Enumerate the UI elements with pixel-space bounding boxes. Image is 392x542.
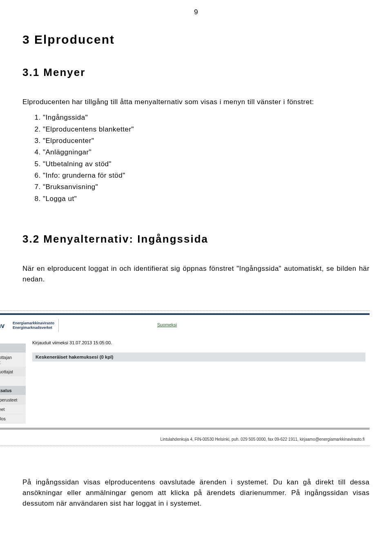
footer-contact: Lintulahdenkuja 4, FIN-00530 Helsinki, p… — [0, 430, 370, 443]
language-link[interactable]: Suomeksi — [157, 322, 177, 327]
sidebar-item-lomakkeet[interactable]: Sähköntuottajan lomakkeet — [0, 353, 26, 367]
para-after-screenshot: På ingångssidan visas elproducentens oav… — [22, 477, 370, 509]
logo-icon: mv — [0, 319, 10, 332]
logo-text-line1: Energiamarkkinavirasto — [13, 321, 54, 325]
heading-2-ingangssida: 3.2 Menyalternativ: Ingångssida — [22, 233, 370, 245]
menu-item: "Bruksanvisning" — [43, 182, 370, 192]
menu-item: "Elproducenter" — [43, 136, 370, 146]
intro-paragraph: Elproducenten har tillgång till åtta men… — [22, 97, 370, 107]
sidebar-item-kayttoohjeet[interactable]: Käyttöohjeet — [0, 405, 26, 414]
sidebar-item-etusivu[interactable]: Etusivu — [0, 343, 26, 353]
embedded-screenshot: mv Energiamarkkinavirasto Energimarknads… — [0, 310, 370, 446]
page-number: 9 — [22, 8, 370, 16]
sidebar-item-kirjaudu-ulos[interactable]: Kirjaudu ulos — [0, 414, 26, 424]
main-pane: Kirjauduit viimeksi 31.07.2013 15:05:00.… — [26, 335, 370, 424]
menu-item: "Anläggningar" — [43, 147, 370, 158]
dotted-divider — [0, 310, 370, 311]
sidebar-item-laitokset[interactable]: Laitokset — [0, 377, 26, 386]
sidebar-item-info[interactable]: Info: tukiperusteet — [0, 395, 26, 405]
menu-item: "Ingångssida" — [43, 112, 370, 123]
menu-item: "Utbetalning av stöd" — [43, 159, 370, 170]
heading-1: 3 Elproducent — [22, 33, 370, 47]
heading-2-menyer: 3.1 Menyer — [22, 66, 370, 79]
menu-list: "Ingångssida" "Elproducentens blanketter… — [22, 112, 370, 204]
last-login-text: Kirjauduit viimeksi 31.07.2013 15:05:00. — [32, 337, 365, 352]
dotted-divider — [0, 446, 370, 446]
para-ingangssida: När en elproducent loggat in och identif… — [22, 263, 370, 285]
sidebar-item-tuen-maksatus[interactable]: Tuen maksatus — [0, 386, 26, 395]
sidebar-item-sahkontuottajat[interactable]: Sähköntuottajat — [0, 367, 26, 377]
pending-applications-bar: Keskeneräiset hakemuksesi (0 kpl) — [32, 352, 365, 361]
menu-item: "Logga ut" — [43, 194, 370, 204]
menu-item: "Elproducentens blanketter" — [43, 124, 370, 135]
app-header: mv Energiamarkkinavirasto Energimarknads… — [0, 315, 370, 335]
menu-item: "Info: grunderna för stöd" — [43, 170, 370, 181]
logo-text-line2: Energimarknadsverket — [13, 326, 52, 330]
sidebar: testuser Etusivu Sähköntuottajan lomakke… — [0, 335, 26, 424]
logo: mv Energiamarkkinavirasto Energimarknads… — [0, 319, 59, 332]
username-label: testuser — [0, 335, 26, 343]
svg-text:mv: mv — [0, 322, 4, 329]
